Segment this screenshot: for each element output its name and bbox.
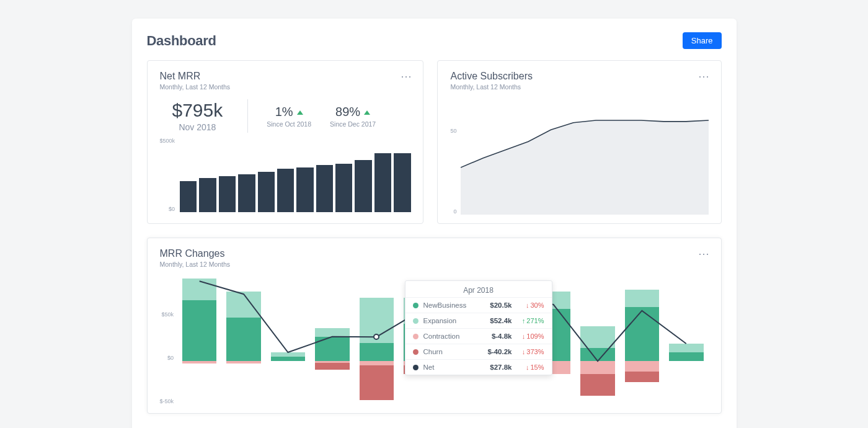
tooltip-value: $27.8k (475, 363, 512, 371)
bar[interactable] (258, 172, 275, 212)
axis-tick: $50k (160, 311, 174, 318)
divider (247, 99, 248, 133)
tooltip-series-name: Churn (423, 348, 475, 355)
share-button[interactable]: Share (683, 32, 722, 49)
tooltip-row: Contraction$-4.8k109% (405, 328, 552, 344)
panel-title: MRR Changes (160, 248, 709, 259)
bar-segment (625, 361, 659, 372)
mrr-stats-row: $795k Nov 2018 1% Since Oct 2018 89% Sin… (160, 99, 411, 133)
axis-tick: 50 (450, 128, 456, 134)
panel-menu-icon[interactable]: ··· (698, 248, 709, 259)
tooltip-series-name: Net (423, 363, 475, 371)
bar-segment (226, 361, 260, 363)
panel-subtitle: Monthly, Last 12 Months (160, 83, 411, 91)
bar-segment (182, 300, 216, 361)
panel-mrr-changes: ··· MRR Changes Monthly, Last 12 Months … (147, 238, 722, 414)
bar[interactable] (355, 160, 371, 212)
bar-segment (625, 307, 659, 361)
panel-subtitle: Monthly, Last 12 Months (160, 261, 709, 268)
bar-segment (580, 348, 614, 361)
bar-segment (580, 361, 614, 374)
tooltip-row: Expansion$52.4k271% (405, 313, 552, 328)
axis-tick: $0 (160, 206, 175, 212)
bar-segment (669, 344, 703, 352)
stacked-bar[interactable] (578, 274, 617, 404)
stacked-bar[interactable] (180, 274, 219, 404)
panel-title: Active Subscribers (450, 71, 708, 82)
bar-segment (315, 337, 349, 361)
chart-marker (373, 334, 379, 340)
panel-net-mrr: ··· Net MRR Monthly, Last 12 Months $795… (147, 60, 424, 224)
panel-subtitle: Monthly, Last 12 Months (450, 83, 708, 91)
stacked-bar[interactable] (312, 274, 352, 404)
header-row: Dashboard Share (147, 32, 722, 49)
tooltip-value: $52.4k (475, 317, 512, 324)
bar[interactable] (199, 178, 216, 212)
bar[interactable] (394, 153, 410, 212)
tooltip-value: $20.5k (475, 301, 512, 309)
mrr-change-year: 89% Since Dec 2017 (330, 105, 376, 128)
bar-segment (315, 328, 349, 337)
tooltip-value: $-4.8k (475, 332, 512, 340)
stacked-bar[interactable] (224, 274, 263, 404)
axis-tick: $0 (160, 355, 174, 361)
bar-segment (580, 326, 614, 348)
bar-segment (182, 279, 216, 300)
panel-menu-icon[interactable]: ··· (401, 71, 412, 82)
bar-segment (271, 357, 305, 361)
panel-grid: ··· Net MRR Monthly, Last 12 Months $795… (147, 60, 722, 414)
bar[interactable] (219, 176, 236, 212)
bar-segment (226, 318, 260, 361)
bar-segment (360, 365, 394, 400)
bar[interactable] (277, 169, 294, 212)
panel-title: Net MRR (160, 71, 411, 82)
bar-segment (315, 363, 349, 370)
tooltip-pct: 373% (512, 348, 544, 355)
axis-tick: 0 (450, 208, 456, 215)
stacked-bar[interactable] (622, 274, 662, 404)
bar-segment (669, 352, 703, 361)
bar[interactable] (335, 164, 352, 212)
tooltip-title: Apr 2018 (405, 281, 552, 297)
tooltip-row: NewBusiness$20.5k30% (405, 297, 552, 313)
dashboard-card: Dashboard Share ··· Net MRR Monthly, Las… (132, 19, 737, 428)
bar[interactable] (316, 165, 333, 212)
stat1-label: Since Oct 2018 (267, 120, 311, 128)
mrr-value: $795k (172, 100, 223, 121)
bar[interactable] (180, 181, 197, 212)
axis-tick: $-50k (160, 398, 174, 404)
bar-segment (271, 352, 305, 357)
stacked-bar[interactable] (268, 274, 308, 404)
panel-menu-icon[interactable]: ··· (698, 71, 709, 82)
legend-dot (413, 318, 418, 324)
tooltip-series-name: Expansion (423, 317, 475, 324)
tooltip-row: Net$27.8k15% (405, 359, 552, 375)
legend-dot (413, 365, 418, 370)
legend-dot (413, 334, 418, 339)
mrr-change-month: 1% Since Oct 2018 (267, 105, 311, 128)
page-title: Dashboard (147, 33, 216, 49)
caret-up-icon (364, 110, 370, 115)
bar[interactable] (374, 153, 391, 212)
legend-dot (413, 303, 418, 308)
tooltip-series-name: NewBusiness (423, 301, 475, 309)
tooltip-series-name: Contraction (423, 332, 475, 340)
bar-segment (625, 372, 659, 382)
tooltip-pct: 15% (512, 363, 544, 371)
stat1-value: 1% (275, 105, 293, 118)
mrr-bar-chart: $500k $0 (160, 138, 411, 212)
bar-segment (360, 361, 394, 365)
mrr-period: Nov 2018 (172, 122, 223, 132)
area-svg (461, 97, 709, 215)
legend-dot (413, 349, 418, 355)
stat2-value: 89% (335, 105, 360, 118)
bar[interactable] (296, 167, 313, 212)
subscribers-area-chart: 50 0 (450, 97, 708, 215)
tooltip-value: $-40.2k (475, 348, 512, 355)
bar[interactable] (238, 174, 255, 212)
bar-segment (226, 292, 260, 318)
stacked-bar[interactable] (666, 274, 706, 404)
tooltip-pct: 271% (512, 317, 544, 324)
tooltip-pct: 109% (512, 332, 544, 340)
tooltip-row: Churn$-40.2k373% (405, 344, 552, 359)
